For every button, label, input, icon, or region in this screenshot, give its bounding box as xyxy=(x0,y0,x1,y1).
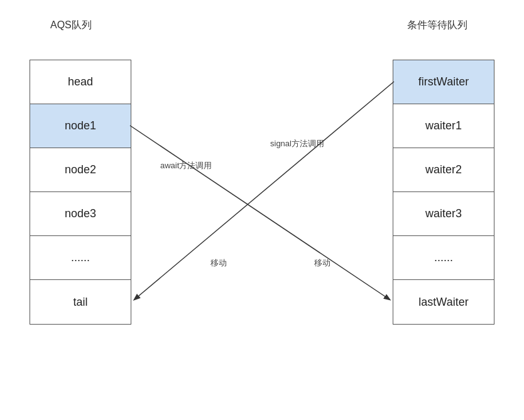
cond-cell: waiter2 xyxy=(393,148,494,192)
signal-label: signal方法调用 xyxy=(270,138,324,149)
cond-title: 条件等待队列 xyxy=(407,19,467,32)
aqs-cell: ...... xyxy=(30,236,131,280)
cond-cell: waiter1 xyxy=(393,104,494,148)
cond-cell: firstWaiter xyxy=(393,60,494,104)
aqs-cell: node1 xyxy=(30,104,131,148)
cond-cell: waiter3 xyxy=(393,192,494,236)
aqs-cell: tail xyxy=(30,280,131,324)
await-label: await方法调用 xyxy=(160,160,212,171)
aqs-queue: headnode1node2node3......tail xyxy=(30,60,131,325)
aqs-title: AQS队列 xyxy=(50,19,92,32)
svg-line-1 xyxy=(134,82,394,299)
aqs-cell: head xyxy=(30,60,131,104)
move2-label: 移动 xyxy=(314,257,330,269)
cond-cell: lastWaiter xyxy=(393,280,494,324)
aqs-cell: node2 xyxy=(30,148,131,192)
cond-queue: firstWaiterwaiter1waiter2waiter3......la… xyxy=(393,60,494,325)
move1-label: 移动 xyxy=(210,257,227,269)
aqs-cell: node3 xyxy=(30,192,131,236)
cond-cell: ...... xyxy=(393,236,494,280)
svg-line-0 xyxy=(130,126,390,299)
diagram-container: AQS队列 条件等待队列 headnode1node2node3......ta… xyxy=(0,0,524,420)
